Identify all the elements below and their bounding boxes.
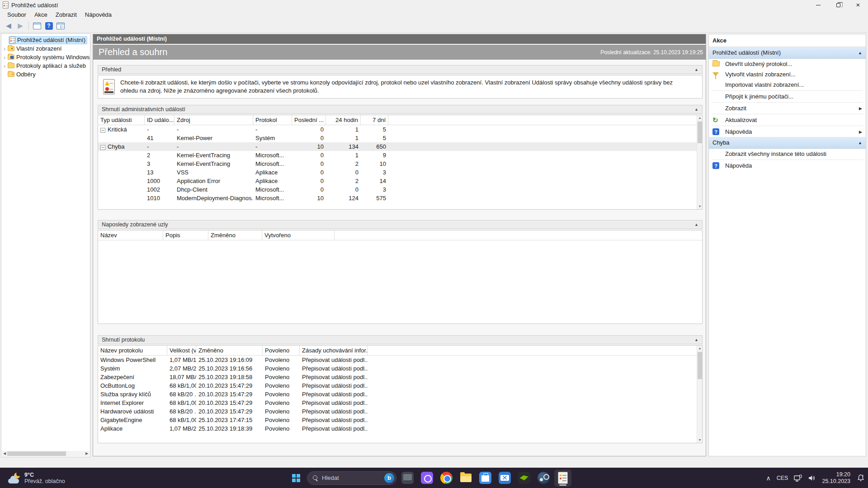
taskbar-app-camera[interactable] <box>418 469 435 487</box>
help-button[interactable]: ? <box>43 20 55 31</box>
taskbar-app-event-viewer[interactable] <box>554 469 571 487</box>
taskbar-app-file-explorer[interactable] <box>457 469 474 487</box>
close-button[interactable]: × <box>848 0 868 10</box>
tree-horizontal-scrollbar[interactable]: ◀ ▶ <box>2 451 90 456</box>
column-header[interactable]: 24 hodin <box>326 115 361 125</box>
action-item[interactable]: ?Nápověda <box>709 160 866 171</box>
taskbar-weather-widget[interactable]: 9°C Převáž. oblačno <box>5 468 69 488</box>
table-row[interactable]: Služba správy klíčů68 kB/20 ...20.10.202… <box>98 390 702 399</box>
column-header[interactable]: Vytvořeno <box>262 230 335 240</box>
menu-view[interactable]: Zobrazit <box>52 10 80 19</box>
show-console-tree-button[interactable] <box>31 20 43 31</box>
table-row[interactable]: 13VSSAplikace003 <box>98 168 702 177</box>
tree-item-4[interactable]: ≡Odběry <box>1 70 90 79</box>
action-item[interactable]: Otevřít uložený protokol... <box>709 59 866 69</box>
menu-action[interactable]: Akce <box>31 10 51 19</box>
table-row[interactable]: 3Kernel-EventTracingMicrosoft...0210 <box>98 160 702 168</box>
scroll-up-icon[interactable]: ▲ <box>697 346 703 351</box>
column-header[interactable]: Povoleno <box>263 346 300 355</box>
column-header[interactable]: Název protokolu <box>98 346 167 355</box>
hidden-icons-chevron[interactable]: ∧ <box>766 474 770 482</box>
table-row[interactable]: OcButtonLog68 kB/1,00...20.10.2023 15:47… <box>98 381 702 390</box>
table-row[interactable]: 1000Application ErrorAplikace0214 <box>98 177 702 185</box>
action-item[interactable]: Zobrazit všechny instance této události <box>709 149 866 159</box>
scroll-left-icon[interactable]: ◀ <box>2 451 7 456</box>
column-header[interactable]: Zdroj <box>175 115 253 125</box>
section-header-admin-events[interactable]: Shrnutí administrativních událostí ▲ <box>98 105 703 114</box>
column-header[interactable]: Velikost (v... <box>167 346 196 355</box>
collapse-row-icon[interactable]: − <box>100 145 105 150</box>
collapse-icon[interactable]: ▲ <box>694 338 698 342</box>
search-input[interactable]: Hledat b <box>307 471 396 485</box>
taskbar-app-store[interactable] <box>476 469 494 487</box>
scrollbar-thumb[interactable] <box>7 451 66 456</box>
action-item[interactable]: ↻Aktualizovat <box>709 115 866 125</box>
tree-item-3[interactable]: ›Protokoly aplikací a služeb <box>1 61 90 70</box>
table-row[interactable]: Internet Explorer68 kB/1,00...20.10.2023… <box>98 399 702 407</box>
action-item[interactable]: Importovat vlastní zobrazení... <box>709 80 866 90</box>
maximize-button[interactable] <box>828 0 848 10</box>
menu-help[interactable]: Nápověda <box>81 10 115 19</box>
scrollbar-thumb[interactable] <box>698 122 702 143</box>
action-item[interactable]: Vytvořit vlastní zobrazení... <box>709 69 866 80</box>
table-row[interactable]: 2Kernel-EventTracingMicrosoft...019 <box>98 151 702 160</box>
column-header[interactable]: Protokol <box>253 115 292 125</box>
collapse-icon[interactable]: ▲ <box>694 107 698 112</box>
table-row[interactable]: GigabyteEngine68 kB/1,00...25.10.2023 17… <box>98 416 702 424</box>
column-header[interactable]: Změněno <box>208 230 262 240</box>
collapse-row-icon[interactable]: − <box>100 128 105 133</box>
column-header[interactable]: Zásady uchovávání infor... <box>300 346 368 355</box>
action-group-header-1[interactable]: Prohlížeč událostí (Místní)▲ <box>709 47 866 59</box>
tree-item-root[interactable]: Prohlížeč událostí (Místní) <box>1 36 90 44</box>
bing-icon[interactable]: b <box>384 473 394 483</box>
column-header[interactable]: Název <box>98 230 163 240</box>
action-group-header-2[interactable]: Chyba▲ <box>709 137 866 149</box>
tree-expander-icon[interactable]: › <box>1 63 8 69</box>
table-row[interactable]: Zabezpečení18,07 MB/...25.10.2023 19:18:… <box>98 373 702 381</box>
table-row[interactable]: Windows PowerShell1,07 MB/1...25.10.2023… <box>98 356 702 364</box>
tree-expander-icon[interactable]: › <box>1 54 8 61</box>
admin-table-scrollbar[interactable]: ▲ ▼ <box>697 115 702 209</box>
taskbar-app-chrome[interactable] <box>438 469 455 487</box>
column-header[interactable]: Poslední ... <box>292 115 326 125</box>
language-indicator[interactable]: CES <box>777 475 788 481</box>
column-header[interactable]: 7 dní <box>361 115 388 125</box>
start-button[interactable] <box>288 469 305 487</box>
tree-expander-icon[interactable]: › <box>1 46 8 52</box>
taskbar-app-steam[interactable] <box>535 469 552 487</box>
scroll-down-icon[interactable]: ▼ <box>697 204 703 209</box>
collapse-icon[interactable]: ▲ <box>694 67 698 72</box>
scroll-right-icon[interactable]: ▶ <box>84 451 90 456</box>
table-row[interactable]: 41Kernel-PowerSystém015 <box>98 134 702 142</box>
table-row[interactable]: −Kritická---015 <box>98 125 702 134</box>
taskbar-app-mail[interactable] <box>496 469 513 487</box>
forward-button[interactable]: ▶ <box>14 20 26 31</box>
table-row[interactable]: Aplikace1,07 MB/2...25.10.2023 19:18:39P… <box>98 424 702 433</box>
collapse-icon[interactable]: ▲ <box>694 222 698 227</box>
table-row[interactable]: Hardwarové události68 kB/20 ...20.10.202… <box>98 407 702 416</box>
minimize-button[interactable] <box>808 0 828 10</box>
section-header-overview[interactable]: Přehled ▲ <box>98 65 703 74</box>
scroll-down-icon[interactable]: ▼ <box>697 437 703 443</box>
tree-item-1[interactable]: ›▼Vlastní zobrazení <box>1 44 90 53</box>
column-header[interactable]: Popis <box>163 230 208 240</box>
taskbar-app-monitor[interactable] <box>399 469 416 487</box>
action-item[interactable]: Připojit k jinému počítači... <box>709 91 866 102</box>
column-header[interactable]: Změněno <box>196 346 263 355</box>
table-row[interactable]: 1002Dhcp-ClientMicrosoft...003 <box>98 185 702 194</box>
table-row[interactable]: −Chyba---10134650 <box>98 142 702 151</box>
collapse-icon[interactable]: ▲ <box>858 141 862 145</box>
scrollbar-thumb[interactable] <box>698 352 702 379</box>
table-row[interactable]: Systém2,07 MB/2...25.10.2023 19:16:56Pov… <box>98 364 702 373</box>
column-header[interactable]: ID událo... <box>145 115 175 125</box>
section-header-log-summary[interactable]: Shrnutí protokolu ▲ <box>98 335 703 344</box>
show-action-pane-button[interactable] <box>55 20 66 31</box>
column-header[interactable]: Typ události <box>98 115 145 125</box>
collapse-icon[interactable]: ▲ <box>858 51 862 55</box>
tree-item-2[interactable]: ›Protokoly systému Windows <box>1 53 90 61</box>
notification-bell-icon[interactable]: z <box>856 474 865 483</box>
section-header-recent-nodes[interactable]: Naposledy zobrazené uzly ▲ <box>98 220 703 229</box>
action-item[interactable]: Zobrazit▶ <box>709 103 866 113</box>
menu-file[interactable]: Soubor <box>4 10 30 19</box>
speaker-icon[interactable] <box>808 474 816 482</box>
